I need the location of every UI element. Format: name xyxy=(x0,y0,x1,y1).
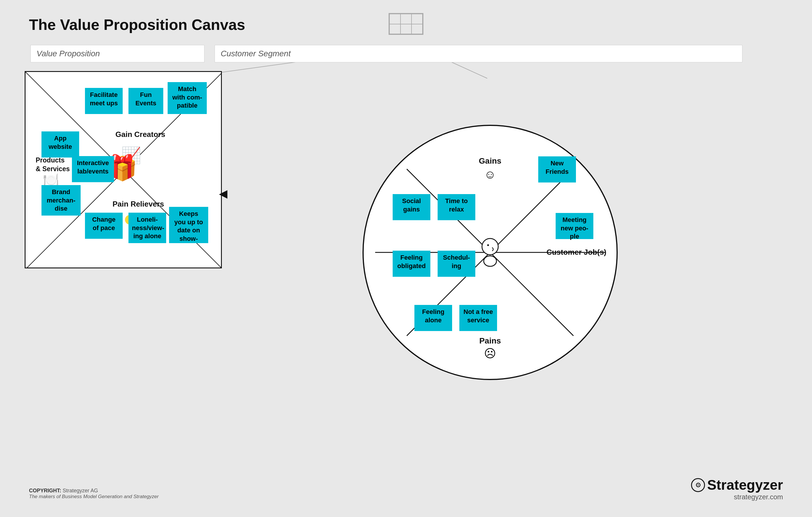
person-icon xyxy=(477,236,503,268)
strategyzer-logo-icon: ⊙ xyxy=(691,478,705,492)
sticky-keeps[interactable]: Keeps you up to date on show- xyxy=(169,207,208,243)
sticky-feeling-alone[interactable]: Feeling alone xyxy=(414,305,452,331)
sticky-meeting[interactable]: Meeting new peo- ple xyxy=(556,213,593,239)
sticky-loneliness[interactable]: Loneli- ness/view- ing alone xyxy=(128,213,166,243)
sticky-new-friends[interactable]: New Friends xyxy=(538,156,576,182)
svg-point-11 xyxy=(484,256,496,266)
sticky-not-free-service[interactable]: Not a free service xyxy=(459,305,497,331)
sad-face-icon: ☹ xyxy=(484,347,496,360)
footer: COPYRIGHT: Strategyzer AG The makers of … xyxy=(29,488,158,499)
pains-label: Pains xyxy=(480,336,501,346)
sticky-app[interactable]: App website xyxy=(41,132,79,157)
sticky-match[interactable]: Match with com- patible xyxy=(168,82,207,114)
cs-circle-container: Gains ☺ Pains ☹ Customer Job(s) New Frie… xyxy=(238,58,743,447)
sticky-change[interactable]: Change of pace xyxy=(85,213,123,239)
svg-point-9 xyxy=(482,238,498,255)
vp-section-label: Value Proposition xyxy=(30,45,204,62)
strategyzer-name-block: ⊙ Strategyzer xyxy=(691,477,783,493)
sticky-facilitate[interactable]: Facilitate meet ups xyxy=(85,88,123,114)
svg-point-10 xyxy=(487,244,489,246)
company-name: Strategyzer AG xyxy=(63,488,98,493)
footer-tagline: The makers of Business Model Generation … xyxy=(29,494,158,499)
sticky-scheduling[interactable]: Schedul- ing xyxy=(438,251,475,277)
gain-creators-label: Gain Creators xyxy=(115,130,165,139)
copyright-label: COPYRIGHT: xyxy=(29,488,61,493)
pain-relievers-label: Pain Relievers xyxy=(113,200,164,209)
sticky-fun-events[interactable]: Fun Events xyxy=(128,88,163,114)
sticky-brand[interactable]: Brand merchan- dise xyxy=(41,185,81,216)
arrow-icon: ◀ xyxy=(219,187,227,200)
copyright-line: COPYRIGHT: Strategyzer AG xyxy=(29,488,158,494)
strategyzer-url: strategyzer.com xyxy=(691,493,783,501)
smiley-icon: ☺ xyxy=(484,168,496,181)
products-services-label: Products & Services xyxy=(36,156,70,173)
sticky-social-gains[interactable]: Social gains xyxy=(393,194,430,220)
cs-circle: Gains ☺ Pains ☹ Customer Job(s) New Frie… xyxy=(362,125,618,380)
strategyzer-name-text: Strategyzer xyxy=(707,477,783,493)
gains-label: Gains xyxy=(479,156,501,166)
sticky-interactive[interactable]: Interactive lab/events xyxy=(72,156,114,182)
page-title: The Value Proposition Canvas xyxy=(29,16,245,33)
customer-jobs-label: Customer Job(s) xyxy=(546,248,606,257)
sticky-feeling-obligated[interactable]: Feeling obligated xyxy=(393,251,430,277)
strategyzer-branding: ⊙ Strategyzer strategyzer.com xyxy=(691,477,783,501)
sticky-time-relax[interactable]: Time to relax xyxy=(438,194,475,220)
top-canvas-icon xyxy=(388,13,424,35)
vp-square: Gain Creators 📈 Pain Relievers 💊 Product… xyxy=(25,71,222,268)
